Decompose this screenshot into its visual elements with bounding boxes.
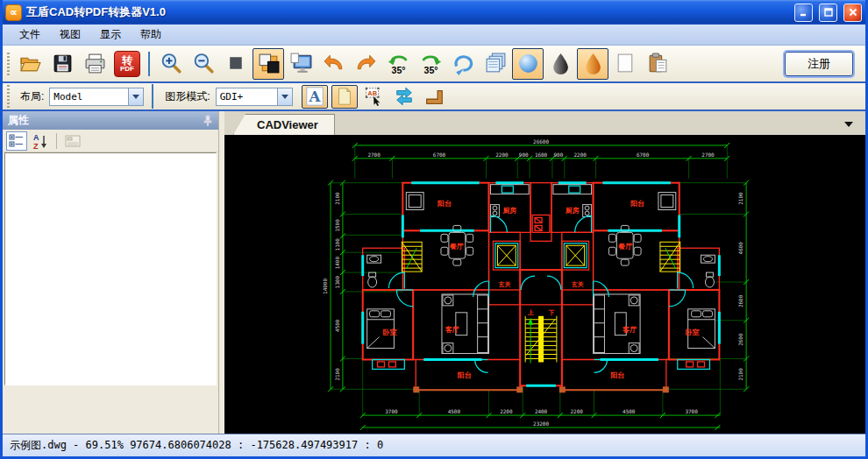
corner-angle-icon — [423, 86, 445, 107]
redo-button[interactable] — [350, 48, 381, 80]
svg-text:2200: 2200 — [571, 408, 584, 414]
zoom-out-button[interactable] — [188, 48, 219, 80]
svg-text:35°: 35° — [391, 65, 405, 75]
color-swatches-icon — [257, 52, 281, 75]
background-color-button[interactable] — [253, 48, 284, 80]
rotate-right-35-button[interactable]: 35° — [415, 48, 446, 80]
property-pages-button[interactable] — [62, 131, 83, 151]
svg-text:客厅: 客厅 — [445, 326, 459, 334]
rotate-left-35-button[interactable]: 35° — [382, 48, 414, 80]
save-button[interactable] — [46, 48, 78, 80]
properties-toolbar: A Z — [3, 130, 218, 152]
page-icon — [334, 86, 355, 107]
titlebar: ∝ 互盾CAD转PDF转换器V1.0 — [3, 0, 865, 25]
svg-text:2100: 2100 — [737, 192, 743, 205]
swap-compare-button[interactable] — [391, 85, 417, 109]
menubar: 文件 视图 显示 帮助 — [3, 25, 865, 46]
menu-view[interactable]: 视图 — [50, 25, 90, 45]
app-window: ∝ 互盾CAD转PDF转换器V1.0 文件 视图 显示 帮助 — [0, 0, 868, 459]
render-sphere-button[interactable] — [512, 48, 544, 80]
svg-text:14000: 14000 — [322, 279, 328, 294]
chevron-down-icon — [132, 95, 139, 99]
svg-text:2100: 2100 — [334, 192, 340, 205]
app-icon: ∝ — [5, 4, 22, 21]
svg-text:2700: 2700 — [701, 152, 715, 158]
panel-filler — [3, 385, 218, 434]
blank-page-icon — [614, 52, 637, 75]
actual-size-icon — [224, 52, 248, 75]
toolbar-separator — [148, 52, 150, 76]
viewer-tabbar: CADViewer — [224, 111, 865, 135]
graphics-mode-arrow-button[interactable] — [277, 88, 292, 105]
svg-text:餐厅: 餐厅 — [617, 243, 632, 251]
layout-label: 布局: — [20, 89, 44, 104]
print-button[interactable] — [79, 48, 110, 80]
orange-droplet-icon — [581, 52, 605, 75]
register-button[interactable]: 注册 — [785, 52, 853, 76]
fit-to-screen-button[interactable] — [285, 48, 317, 80]
new-blank-button[interactable] — [609, 48, 641, 80]
svg-text:2700: 2700 — [367, 152, 381, 158]
layout-select-arrow-button[interactable] — [128, 88, 143, 105]
svg-text:4500: 4500 — [448, 408, 461, 414]
tab-list-dropdown-icon[interactable] — [844, 122, 853, 127]
monitor-icon — [289, 52, 313, 75]
toolbar2-grip — [7, 85, 10, 108]
svg-text:阳台: 阳台 — [610, 371, 624, 379]
maximize-button[interactable] — [819, 4, 837, 22]
convert-to-pdf-button[interactable]: 转 PDF — [111, 48, 143, 80]
rotate-view-button[interactable] — [447, 48, 479, 80]
minimize-button[interactable] — [794, 4, 813, 22]
clipboard-paste-icon — [646, 52, 670, 75]
svg-text:2200: 2200 — [495, 152, 509, 158]
svg-text:2600: 2600 — [737, 294, 743, 307]
alphabetical-sort-button[interactable]: A Z — [30, 131, 51, 151]
cad-canvas[interactable]: 26600 2700 6700 2200 900 1600 900 2200 6… — [224, 135, 865, 434]
svg-text:1400: 1400 — [334, 257, 340, 270]
menu-file[interactable]: 文件 — [10, 25, 50, 45]
svg-text:2200: 2200 — [500, 408, 513, 414]
svg-text:4500: 4500 — [623, 408, 636, 414]
svg-text:卧室: 卧室 — [686, 328, 700, 336]
svg-text:4600: 4600 — [737, 242, 743, 255]
svg-text:4500: 4500 — [334, 319, 340, 332]
open-file-button[interactable] — [14, 48, 46, 80]
status-text: 示例图.dwg - 69.51% 97674.6806074028 : -175… — [10, 438, 383, 453]
properties-grid[interactable] — [4, 152, 217, 385]
svg-text:阳台: 阳台 — [458, 371, 472, 379]
select-text-button[interactable]: AB — [361, 85, 388, 109]
print-icon — [83, 52, 107, 75]
pin-icon[interactable] — [203, 115, 213, 127]
save-icon — [51, 52, 75, 75]
svg-text:1500: 1500 — [334, 219, 340, 232]
close-button[interactable] — [843, 4, 862, 22]
svg-text:玄关: 玄关 — [571, 280, 584, 288]
actual-size-button[interactable] — [220, 48, 252, 80]
svg-text:厨房: 厨房 — [502, 207, 516, 215]
zoom-in-button[interactable] — [155, 48, 187, 80]
menu-display[interactable]: 显示 — [90, 25, 131, 45]
undo-button[interactable] — [317, 48, 349, 80]
categorized-view-button[interactable] — [6, 131, 27, 151]
show-text-button[interactable]: A — [302, 85, 328, 109]
tab-cadviewer[interactable]: CADViewer — [233, 114, 335, 135]
svg-text:23200: 23200 — [533, 420, 549, 427]
page-style-button[interactable] — [331, 85, 358, 109]
graphics-mode-select[interactable]: GDI+ — [216, 88, 293, 106]
grayscale-button[interactable] — [544, 48, 576, 80]
cad-center-core — [520, 183, 562, 386]
menu-help[interactable]: 帮助 — [131, 25, 171, 45]
undo-icon — [322, 52, 345, 75]
svg-text:AB: AB — [367, 89, 377, 97]
main-area: 属性 — [3, 111, 865, 434]
corner-angle-button[interactable] — [421, 85, 447, 109]
rotate-left-35-icon: 35° — [386, 51, 411, 76]
layout-select[interactable]: Model — [49, 88, 144, 106]
paste-button[interactable] — [642, 48, 673, 80]
color-render-button[interactable] — [577, 48, 608, 80]
ab-select-icon: AB — [364, 86, 385, 107]
layers-button[interactable] — [480, 48, 511, 80]
properties-panel: 属性 — [3, 111, 219, 434]
svg-text:A: A — [33, 133, 39, 142]
svg-text:1300: 1300 — [334, 275, 340, 288]
